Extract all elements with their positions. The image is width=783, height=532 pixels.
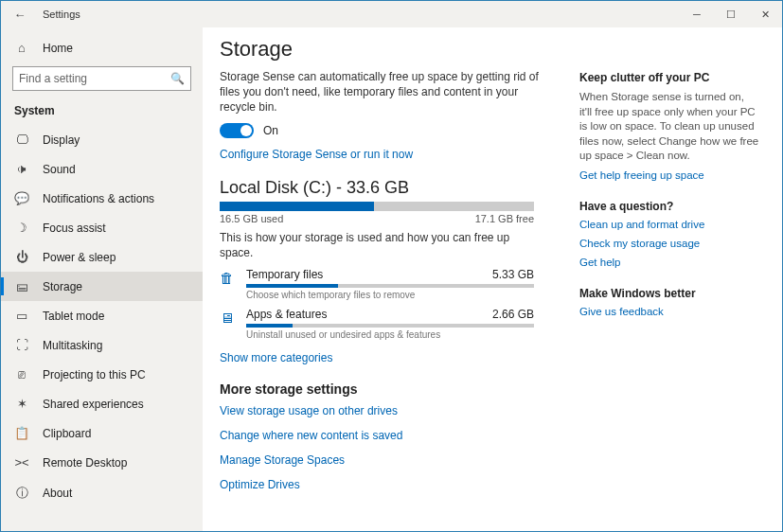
more-link[interactable]: Manage Storage Spaces (220, 453, 562, 467)
help-link[interactable]: Check my storage usage (579, 238, 759, 249)
about-icon: ⓘ (14, 485, 29, 502)
nav-item-storage[interactable]: 🖴Storage (1, 272, 203, 301)
right-pane: Keep clutter off your PC When Storage se… (579, 37, 759, 531)
nav-item-shared-experiences[interactable]: ✶Shared experiences (1, 389, 203, 418)
tip-title: Keep clutter off your PC (579, 71, 759, 84)
shared-icon: ✶ (14, 397, 29, 411)
sound-icon: 🕩 (14, 162, 29, 176)
nav-item-clipboard[interactable]: 📋Clipboard (1, 418, 203, 448)
search-placeholder: Find a setting (19, 72, 87, 85)
feedback-title: Make Windows better (579, 287, 759, 300)
nav-item-label: Notifications & actions (43, 192, 154, 205)
storage-sense-toggle[interactable] (220, 123, 254, 138)
tablet-icon: ▭ (14, 309, 29, 323)
feedback-link[interactable]: Give us feedback (579, 306, 759, 317)
nav-item-label: Storage (43, 280, 82, 293)
multitask-icon: ⛶ (14, 338, 29, 352)
back-button[interactable]: ← (9, 8, 31, 22)
nav-item-label: Tablet mode (43, 310, 104, 323)
category-size: 2.66 GB (492, 308, 534, 321)
nav-item-focus-assist[interactable]: ☽Focus assist (1, 213, 203, 242)
nav-item-power-sleep[interactable]: ⏻Power & sleep (1, 242, 203, 272)
storage-category[interactable]: 🗑Temporary files5.33 GBChoose which temp… (220, 268, 534, 300)
project-icon: ⎚ (14, 367, 29, 381)
disk-used-text: 16.5 GB used (220, 213, 283, 224)
remote-icon: >< (14, 455, 29, 470)
category-name: Temporary files (246, 268, 323, 281)
close-button[interactable]: ✕ (748, 1, 782, 27)
tip-link[interactable]: Get help freeing up space (579, 169, 759, 181)
tip-body: When Storage sense is turned on, it'll f… (579, 90, 759, 164)
nav-item-label: Focus assist (43, 222, 106, 235)
nav-item-remote-desktop[interactable]: ><Remote Desktop (1, 448, 203, 477)
power-icon: ⏻ (14, 250, 29, 264)
nav-item-label: Projecting to this PC (43, 368, 146, 381)
nav-item-label: Clipboard (43, 427, 91, 440)
category-bar (246, 284, 534, 288)
disk-how-text: This is how your storage is used and how… (220, 230, 542, 260)
category-name: Apps & features (246, 308, 327, 321)
nav-item-multitasking[interactable]: ⛶Multitasking (1, 330, 203, 360)
sidebar: ⌂ Home Find a setting 🔍 System 🖵Display🕩… (1, 27, 203, 531)
category-icon: 🗑 (220, 268, 237, 286)
maximize-button[interactable]: ☐ (714, 1, 748, 27)
question-title: Have a question? (579, 200, 759, 213)
category-size: 5.33 GB (492, 268, 534, 281)
more-link[interactable]: Optimize Drives (220, 478, 562, 491)
show-more-link[interactable]: Show more categories (220, 351, 562, 364)
storage-category[interactable]: 🖥Apps & features2.66 GBUninstall unused … (220, 308, 534, 340)
storage-sense-description: Storage Sense can automatically free up … (220, 69, 542, 115)
search-icon: 🔍 (170, 72, 185, 85)
help-link[interactable]: Get help (579, 257, 759, 268)
nav-item-label: Remote Desktop (43, 456, 127, 470)
more-settings-heading: More storage settings (220, 381, 562, 397)
category-sub: Uninstall unused or undesired apps & fea… (246, 329, 534, 340)
category-icon: 🖥 (220, 308, 237, 326)
display-icon: 🖵 (14, 133, 29, 147)
toggle-state-label: On (263, 124, 278, 137)
nav-item-display[interactable]: 🖵Display (1, 125, 203, 154)
help-link[interactable]: Clean up and format drive (579, 219, 759, 230)
nav-item-tablet-mode[interactable]: ▭Tablet mode (1, 301, 203, 330)
notifications-icon: 💬 (14, 191, 29, 205)
focus-icon: ☽ (14, 221, 29, 235)
clipboard-icon: 📋 (14, 426, 29, 440)
nav-item-label: About (43, 487, 72, 500)
more-link[interactable]: Change where new content is saved (220, 429, 562, 442)
minimize-button[interactable]: ─ (680, 1, 714, 27)
nav-item-projecting-to-this-pc[interactable]: ⎚Projecting to this PC (1, 360, 203, 389)
storage-icon: 🖴 (14, 279, 29, 293)
window-title: Settings (43, 9, 80, 20)
nav-item-label: Sound (43, 163, 76, 176)
home-icon: ⌂ (14, 41, 29, 55)
disk-usage-bar (220, 202, 534, 211)
nav-home[interactable]: ⌂ Home (1, 33, 203, 62)
nav-home-label: Home (43, 42, 73, 55)
nav-item-sound[interactable]: 🕩Sound (1, 154, 203, 184)
category-sub: Choose which temporary files to remove (246, 290, 534, 300)
nav-item-label: Multitasking (43, 339, 102, 352)
disk-free-text: 17.1 GB free (475, 213, 534, 224)
nav-item-label: Power & sleep (43, 251, 116, 264)
disk-title: Local Disk (C:) - 33.6 GB (220, 178, 562, 198)
nav-item-label: Display (43, 133, 80, 147)
nav-item-label: Shared experiences (43, 398, 144, 411)
page-title: Storage (220, 37, 562, 62)
nav-item-about[interactable]: ⓘAbout (1, 477, 203, 509)
category-heading: System (1, 98, 203, 123)
configure-link[interactable]: Configure Storage Sense or run it now (220, 148, 562, 161)
content: Storage Storage Sense can automatically … (220, 37, 562, 531)
nav-item-notifications-actions[interactable]: 💬Notifications & actions (1, 184, 203, 213)
category-bar (246, 324, 534, 328)
more-link[interactable]: View storage usage on other drives (220, 404, 562, 417)
search-input[interactable]: Find a setting 🔍 (12, 66, 191, 91)
